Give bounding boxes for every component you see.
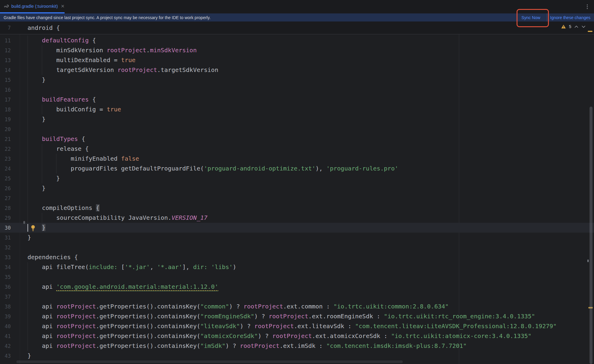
banner-message: Gradle files have changed since last pro… (4, 15, 210, 20)
code-line-25[interactable]: 25 } (0, 173, 594, 183)
error-stripe-warning-mark[interactable] (588, 31, 593, 32)
line-number-27[interactable]: 27 (0, 195, 11, 201)
line-number-36[interactable]: 36 (0, 284, 11, 290)
tab-close-icon[interactable]: ✕ (61, 4, 65, 8)
warning-count: 5 (569, 24, 571, 29)
line-number-22[interactable]: 22 (0, 146, 11, 152)
code-text: } (28, 233, 31, 242)
code-line-17[interactable]: 17 buildFeatures { (0, 95, 594, 105)
code-editor[interactable]: 7 android { 5 (0, 21, 594, 364)
sticky-line-number: 7 (0, 25, 11, 31)
banner-divider (547, 13, 547, 21)
code-line-36[interactable]: 36 api 'com.google.android.material:mate… (0, 282, 594, 292)
line-number-42[interactable]: 42 (0, 343, 11, 349)
code-text: sourceCompatibility JavaVersion.VERSION_… (28, 213, 207, 223)
line-number-40[interactable]: 40 (0, 323, 11, 329)
code-line-24[interactable]: 24 proguardFiles getDefaultProguardFile(… (0, 164, 594, 173)
line-number-21[interactable]: 21 (0, 136, 11, 142)
code-line-43[interactable]: 43} (0, 351, 594, 361)
code-line-35[interactable]: 35 (0, 272, 594, 282)
code-line-11[interactable]: 11 defaultConfig { (0, 36, 594, 45)
line-number-20[interactable]: 20 (0, 126, 11, 132)
line-number-14[interactable]: 14 (0, 67, 11, 73)
code-line-38[interactable]: 38 api rootProject.getProperties().conta… (0, 302, 594, 311)
line-number-35[interactable]: 35 (0, 274, 11, 280)
code-line-30[interactable]: 30 } (0, 223, 594, 233)
editor-tab-bar: build.gradle (:tuiroomkit) ✕ (0, 0, 594, 13)
code-line-37[interactable]: 37 (0, 292, 594, 302)
line-number-38[interactable]: 38 (0, 304, 11, 310)
line-number-32[interactable]: 32 (0, 245, 11, 251)
line-number-19[interactable]: 19 (0, 116, 11, 122)
code-line-22[interactable]: 22 release { (0, 144, 594, 154)
line-number-13[interactable]: 13 (0, 57, 11, 63)
code-lines[interactable]: 11 defaultConfig {12 minSdkVersion rootP… (0, 36, 594, 361)
code-line-16[interactable]: 16 (0, 85, 594, 95)
code-text: dependencies { (28, 252, 78, 262)
prev-warning-chevron-up-icon[interactable] (574, 24, 578, 29)
vertical-scrollbar[interactable] (590, 107, 593, 364)
code-text: buildFeatures { (28, 95, 96, 105)
tab-build-gradle[interactable]: build.gradle (:tuiroomkit) ✕ (0, 0, 65, 12)
line-number-15[interactable]: 15 (0, 77, 11, 83)
line-number-28[interactable]: 28 (0, 205, 11, 211)
line-number-43[interactable]: 43 (0, 353, 11, 359)
code-line-42[interactable]: 42 api rootProject.getProperties().conta… (0, 341, 594, 351)
line-number-25[interactable]: 25 (0, 176, 11, 182)
line-number-24[interactable]: 24 (0, 166, 11, 172)
line-number-17[interactable]: 17 (0, 97, 11, 103)
code-text: api rootProject.getProperties().contains… (28, 331, 532, 341)
code-line-28[interactable]: 28 compileOptions { (0, 203, 594, 213)
line-number-18[interactable]: 18 (0, 107, 11, 113)
sync-now-link[interactable]: Sync Now (521, 15, 540, 20)
horizontal-scrollbar[interactable] (16, 360, 403, 363)
code-text: buildConfig = true (28, 105, 121, 114)
code-line-41[interactable]: 41 api rootProject.getProperties().conta… (0, 331, 594, 341)
code-line-13[interactable]: 13 multiDexEnabled = true (0, 55, 594, 65)
code-text: targetSdkVersion rootProject.targetSdkVe… (28, 65, 218, 75)
text-caret (28, 224, 28, 232)
line-number-39[interactable]: 39 (0, 314, 11, 320)
line-number-11[interactable]: 11 (0, 38, 11, 44)
code-line-34[interactable]: 34 api fileTree(include: ['*.jar', '*.aa… (0, 262, 594, 272)
line-number-34[interactable]: 34 (0, 264, 11, 270)
code-line-33[interactable]: 33dependencies { (0, 252, 594, 262)
code-line-32[interactable]: 32 (0, 242, 594, 252)
code-line-31[interactable]: 31} (0, 233, 594, 242)
code-text: } (28, 173, 60, 183)
error-stripe-mark[interactable] (587, 259, 589, 262)
line-number-29[interactable]: 29 (0, 215, 11, 221)
line-number-23[interactable]: 23 (0, 156, 11, 162)
line-number-12[interactable]: 12 (0, 47, 11, 53)
code-line-29[interactable]: 29 sourceCompatibility JavaVersion.VERSI… (0, 213, 594, 223)
code-line-14[interactable]: 14 targetSdkVersion rootProject.targetSd… (0, 65, 594, 75)
code-text: } (28, 75, 45, 85)
code-line-27[interactable]: 27 (0, 193, 594, 203)
code-line-26[interactable]: 26 } (0, 183, 594, 193)
code-line-12[interactable]: 12 minSdkVersion rootProject.minSdkVersi… (0, 45, 594, 55)
line-number-30[interactable]: 30 (0, 225, 11, 231)
code-line-18[interactable]: 18 buildConfig = true (0, 105, 594, 114)
code-line-39[interactable]: 39 api rootProject.getProperties().conta… (0, 311, 594, 321)
code-line-20[interactable]: 20 (0, 124, 594, 134)
code-line-15[interactable]: 15 } (0, 75, 594, 85)
code-text: compileOptions { (28, 203, 100, 213)
editor-options-kebab-icon[interactable] (584, 3, 590, 10)
code-text: api rootProject.getProperties().contains… (28, 311, 535, 321)
ignore-changes-link[interactable]: Ignore these changes (550, 15, 590, 20)
code-text: multiDexEnabled = true (28, 55, 135, 65)
sticky-context-line[interactable]: 7 android { 5 (0, 21, 594, 34)
code-line-21[interactable]: 21 buildTypes { (0, 134, 594, 144)
line-number-37[interactable]: 37 (0, 294, 11, 300)
line-number-31[interactable]: 31 (0, 235, 11, 241)
code-line-19[interactable]: 19 } (0, 114, 594, 124)
code-line-23[interactable]: 23 minifyEnabled false (0, 154, 594, 164)
line-number-26[interactable]: 26 (0, 185, 11, 191)
code-line-40[interactable]: 40 api rootProject.getProperties().conta… (0, 321, 594, 331)
line-number-33[interactable]: 33 (0, 254, 11, 260)
code-text: defaultConfig { (28, 36, 96, 45)
line-number-41[interactable]: 41 (0, 333, 11, 339)
intention-lightbulb-icon[interactable] (30, 225, 36, 233)
line-number-16[interactable]: 16 (0, 87, 11, 93)
next-warning-chevron-down-icon[interactable] (581, 24, 586, 29)
